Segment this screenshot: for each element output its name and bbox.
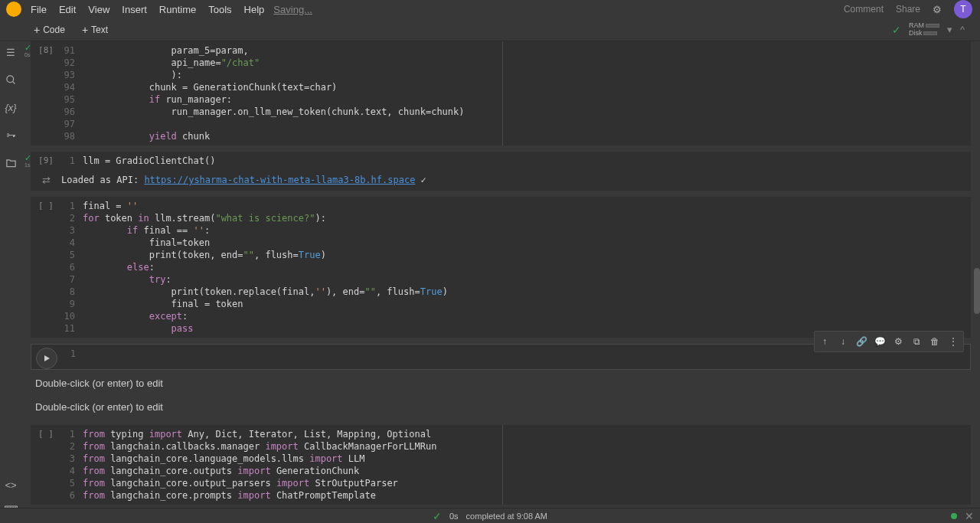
code-editor[interactable]: 91 param_5=param,92 api_name="/chat"93 )… xyxy=(61,41,971,145)
connect-status-icon: ✓ xyxy=(892,24,901,36)
cell-output: ⇄ Loaded as API: https://ysharma-chat-wi… xyxy=(31,170,971,191)
share-button[interactable]: Share xyxy=(896,4,920,15)
code-line: 1llm = GradioClientChat() xyxy=(61,155,971,167)
exec-count: [8] xyxy=(38,45,54,145)
code-editor[interactable]: 1from typing import Any, Dict, Iterator,… xyxy=(61,425,971,505)
code-cell[interactable]: ✓ 1s [9] 1llm = GradioClientChat() ⇄ Loa… xyxy=(31,152,971,191)
code-line: 6from langchain_core.prompts import Chat… xyxy=(61,489,971,502)
code-line: 3 if final == '': xyxy=(61,224,971,237)
code-cell[interactable]: [ ] 1final = ''2for token in llm.stream(… xyxy=(31,197,971,338)
code-cell[interactable]: ✓ 0s [8] 91 param_5=param,92 api_name="/… xyxy=(31,41,971,145)
code-line: 10 except: xyxy=(61,310,971,322)
code-line: 96 run_manager.on_llm_new_token(chunk.te… xyxy=(61,106,971,118)
code-line: 94 chunk = GenerationChunk(text=char) xyxy=(61,81,971,93)
collapse-button[interactable]: ^ xyxy=(960,24,965,35)
move-up-button[interactable]: ↑ xyxy=(816,333,833,350)
close-status-button[interactable]: ✕ xyxy=(965,510,974,522)
link-button[interactable]: 🔗 xyxy=(853,333,870,350)
variables-icon[interactable]: {x} xyxy=(5,101,17,113)
code-line: 97 xyxy=(61,118,971,130)
code-line: 98 yield chunk xyxy=(61,130,971,142)
add-text-button[interactable]: +Text xyxy=(77,21,113,38)
menu-view[interactable]: View xyxy=(88,4,109,15)
scrollbar-thumb[interactable] xyxy=(974,268,980,314)
run-button[interactable] xyxy=(36,348,57,369)
search-icon[interactable] xyxy=(5,74,17,86)
code-line: 7 try: xyxy=(61,273,971,286)
files-icon[interactable] xyxy=(5,156,17,168)
output-link[interactable]: https://ysharma-chat-with-meta-llama3-8b… xyxy=(144,175,415,185)
comment-button[interactable]: Comment xyxy=(844,4,884,15)
code-line: 4from langchain_core.outputs import Gene… xyxy=(61,465,971,477)
runtime-dropdown[interactable]: ▾ xyxy=(947,24,952,35)
menu-runtime[interactable]: Runtime xyxy=(159,4,196,15)
code-editor[interactable]: 1llm = GradioClientChat() xyxy=(61,152,971,170)
add-code-button[interactable]: +Code xyxy=(29,21,70,38)
menu-bar: FileEditViewInsertRuntimeToolsHelp xyxy=(31,4,264,15)
avatar[interactable]: T xyxy=(954,0,972,18)
code-editor[interactable]: 1final = ''2for token in llm.stream("wha… xyxy=(61,197,971,338)
status-bar: ✓ 0s completed at 9:08 AM ✕ xyxy=(0,508,980,523)
code-line: 91 param_5=param, xyxy=(61,44,971,57)
menu-insert[interactable]: Insert xyxy=(122,4,147,15)
saving-indicator: Saving... xyxy=(273,4,312,15)
markdown-cell[interactable]: Double-click (or enter) to edit xyxy=(35,401,966,413)
code-line: 2for token in llm.stream("what is scienc… xyxy=(61,212,971,224)
more-button[interactable]: ⋮ xyxy=(945,333,962,350)
svg-point-0 xyxy=(6,75,13,82)
status-completed: completed at 9:08 AM xyxy=(466,512,547,521)
comment-button[interactable]: 💬 xyxy=(871,333,888,350)
code-cell[interactable]: [ ] 1from typing import Any, Dict, Itera… xyxy=(31,425,971,505)
exec-time: 1s xyxy=(24,162,30,168)
code-line: 6 else: xyxy=(61,261,971,273)
markdown-cell[interactable]: Double-click (or enter) to edit xyxy=(35,378,966,389)
code-line: 1final = '' xyxy=(61,200,971,212)
check-icon: ✓ xyxy=(433,510,442,522)
code-line: 1from typing import Any, Dict, Iterator,… xyxy=(61,428,971,440)
code-line: 2from langchain.callbacks.manager import… xyxy=(61,440,971,453)
move-down-button[interactable]: ↓ xyxy=(835,333,851,350)
resource-meter[interactable]: RAM Disk xyxy=(909,22,939,38)
code-line: 4 final=token xyxy=(61,237,971,249)
output-toggle-icon[interactable]: ⇄ xyxy=(31,175,61,186)
exec-count: [ ] xyxy=(38,201,54,338)
code-line: 9 final = token xyxy=(61,298,971,310)
menu-file[interactable]: File xyxy=(31,4,47,15)
code-snippets-icon[interactable]: <> xyxy=(5,479,17,491)
notebook-main: ✓ 0s [8] 91 param_5=param,92 api_name="/… xyxy=(21,41,980,508)
toc-icon[interactable]: ☰ xyxy=(5,46,17,58)
kernel-status-dot xyxy=(951,513,957,519)
code-line: 8 print(token.replace(final,''), end="",… xyxy=(61,286,971,298)
code-line: 95 if run_manager: xyxy=(61,93,971,106)
mirror-button[interactable]: ⧉ xyxy=(908,333,925,350)
code-line: 5from langchain_core.output_parsers impo… xyxy=(61,477,971,489)
menu-tools[interactable]: Tools xyxy=(208,4,231,15)
exec-time: 0s xyxy=(24,52,30,57)
svg-line-1 xyxy=(12,81,15,83)
menu-help[interactable]: Help xyxy=(244,4,265,15)
code-line: 92 api_name="/chat" xyxy=(61,57,971,69)
code-line: 93 ): xyxy=(61,69,971,81)
secrets-icon[interactable]: 🗝 xyxy=(5,129,17,141)
code-line: 3from langchain_core.language_models.llm… xyxy=(61,453,971,465)
colab-logo xyxy=(6,2,21,17)
settings-button[interactable]: ⚙ xyxy=(890,333,906,350)
delete-button[interactable]: 🗑 xyxy=(926,333,943,350)
menu-edit[interactable]: Edit xyxy=(59,4,76,15)
code-cell-active[interactable]: ↑ ↓ 🔗 💬 ⚙ ⧉ 🗑 ⋮ 1 xyxy=(31,344,971,370)
code-line: 5 print(token, end="", flush=True) xyxy=(61,249,971,261)
exec-count: [9] xyxy=(38,155,54,170)
cell-toolbar: ↑ ↓ 🔗 💬 ⚙ ⧉ 🗑 ⋮ xyxy=(814,331,964,352)
gear-icon[interactable]: ⚙ xyxy=(933,4,942,15)
status-duration: 0s xyxy=(449,512,459,521)
exec-count: [ ] xyxy=(38,429,54,505)
